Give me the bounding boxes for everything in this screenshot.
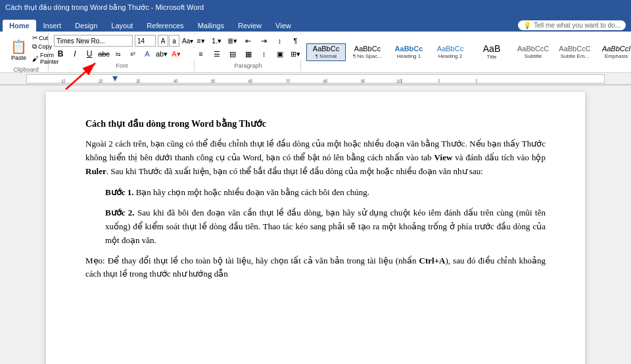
bullets-button[interactable]: ≡▾	[194, 35, 208, 47]
increase-indent-button[interactable]: ⇥	[257, 35, 271, 47]
svg-text:7: 7	[286, 79, 289, 83]
paragraph-label: Paragraph	[234, 62, 262, 69]
tab-layout[interactable]: Layout	[105, 20, 139, 32]
font-group: A a Aa▾ B I U abc x₂ x² A ab▾ A▾ Font	[50, 33, 195, 71]
decrease-indent-button[interactable]: ⇤	[241, 35, 256, 47]
doc-tip: Mẹo: Để thay đổi thụt lề cho toàn bộ tài…	[85, 254, 546, 282]
tab-references[interactable]: References	[140, 20, 190, 32]
doc-page: Cách thụt đầu dòng trong Word bằng Thước…	[46, 92, 585, 364]
font-color-button[interactable]: A▾	[170, 48, 183, 60]
clear-formatting-button[interactable]: Aa▾	[181, 35, 194, 47]
style-h2-label: Heading 2	[438, 53, 462, 59]
cut-label: Cut	[39, 35, 48, 41]
indent-marker	[112, 76, 118, 81]
bold-ruler: Ruler	[85, 166, 106, 176]
tab-design[interactable]: Design	[68, 20, 104, 32]
style-heading1[interactable]: AaBbCc Heading 1	[389, 43, 429, 61]
style-normal[interactable]: AaBbCc ¶ Normal	[306, 43, 346, 61]
lightbulb-icon: 💡	[523, 22, 531, 29]
paragraph-group: ≡▾ 1.▾ ≣▾ ⇤ ⇥ ↕ ¶ ≡ ☰ ▤ ▦ ↕ ▣ ⊞▾ Paragra…	[196, 33, 301, 71]
svg-text:9: 9	[361, 79, 363, 83]
svg-text:10: 10	[396, 79, 402, 83]
style-h1-label: Heading 1	[397, 53, 421, 59]
ribbon: Home Insert Design Layout References Mai…	[0, 14, 631, 85]
ruler-right-margin	[618, 74, 631, 83]
style-subtitle[interactable]: AaBbCcC Subtitle	[513, 43, 553, 61]
tell-me-text: Tell me what you want to do...	[534, 22, 620, 29]
paste-label: Paste	[11, 55, 26, 61]
style-h1-preview: AaBbCc	[395, 45, 423, 53]
bold-view: View	[434, 152, 453, 162]
text-highlight-button[interactable]: ab▾	[155, 48, 168, 60]
style-title-label: Title	[487, 54, 497, 60]
svg-text:1: 1	[61, 79, 64, 83]
superscript-button[interactable]: x²	[126, 48, 139, 60]
tab-home[interactable]: Home	[3, 20, 36, 32]
multilevel-list-button[interactable]: ≣▾	[225, 35, 240, 47]
font-size-input[interactable]	[135, 35, 156, 47]
title-bar: Cách thụt đầu dòng trong Word bằng Thước…	[0, 0, 631, 14]
style-subtitle-label: Subtitle	[525, 53, 542, 59]
decrease-font-size-button[interactable]: a	[169, 35, 179, 47]
show-formatting-button[interactable]: ¶	[289, 35, 303, 47]
style-subtle-preview: AaBbCcC	[559, 45, 590, 53]
justify-button[interactable]: ▦	[241, 48, 256, 60]
align-left-button[interactable]: ≡	[194, 48, 208, 60]
style-em-label: Emphasis	[605, 53, 628, 59]
doc-title: Cách thụt đầu dòng trong Word bằng Thước	[85, 118, 546, 129]
align-center-button[interactable]: ☰	[210, 48, 224, 60]
style-heading2[interactable]: AaBbCc Heading 2	[431, 43, 470, 61]
style-subtle-label: Subtle Em...	[561, 53, 590, 59]
style-title-preview: AaB	[483, 44, 500, 53]
sort-button[interactable]: ↕	[273, 35, 287, 47]
borders-button[interactable]: ⊞▾	[289, 48, 303, 60]
svg-text:4: 4	[174, 79, 176, 83]
tab-mailings[interactable]: Mailings	[191, 20, 231, 32]
svg-text:8: 8	[323, 79, 326, 83]
style-h2-preview: AaBbCc	[437, 45, 463, 53]
svg-text:3: 3	[136, 79, 139, 83]
align-right-button[interactable]: ▤	[225, 48, 240, 60]
line-spacing-button[interactable]: ↕	[257, 48, 271, 60]
numbering-button[interactable]: 1.▾	[210, 35, 224, 47]
doc-area: Cách thụt đầu dòng trong Word bằng Thước…	[0, 85, 631, 364]
subscript-button[interactable]: x₂	[112, 48, 125, 60]
ruler-svg: 1 2 3 4 5 6 7 8 9 10	[27, 75, 604, 83]
paste-button[interactable]: 📋 Paste	[8, 37, 30, 62]
style-normal-preview: AaBbCc	[313, 45, 339, 53]
text-effects-button[interactable]: A	[141, 48, 154, 60]
doc-step-2: Bước 2. Sau khi đã bôi đen đoạn văn cần …	[85, 206, 546, 247]
ruler[interactable]: 1 2 3 4 5 6 7 8 9 10	[26, 74, 605, 83]
ctrl-a: Ctrl+A	[419, 256, 446, 265]
copy-icon: ⧉	[32, 43, 37, 51]
tab-view[interactable]: View	[269, 20, 298, 32]
style-no-spacing[interactable]: AaBbCc ¶ No Spac...	[348, 43, 387, 61]
bold-button[interactable]: B	[54, 48, 67, 60]
step1-label: Bước 1.	[105, 187, 133, 197]
style-nospace-label: ¶ No Spac...	[353, 53, 382, 59]
svg-text:2: 2	[99, 79, 101, 83]
clipboard-label: Clipboard	[13, 66, 39, 73]
style-subtle-em[interactable]: AaBbCcC Subtle Em...	[555, 43, 594, 61]
title-bar-text: Cách thụt đầu dòng trong Word bằng Thước…	[5, 3, 204, 12]
tab-insert[interactable]: Insert	[37, 20, 68, 32]
doc-para-1: Ngoài 2 cách trên, bạn cũng có thể điều …	[85, 137, 546, 178]
font-label: Font	[116, 62, 128, 69]
style-title[interactable]: AaB Title	[472, 42, 511, 62]
tab-review[interactable]: Review	[231, 20, 268, 32]
underline-button[interactable]: U	[83, 48, 96, 60]
doc-step-1: Bước 1. Bạn hãy chọn một hoặc nhiều đoạn…	[85, 186, 546, 200]
tell-me-bar[interactable]: 💡 Tell me what you want to do...	[518, 20, 626, 30]
style-emphasis[interactable]: AaBbCcI Emphasis	[597, 43, 631, 61]
italic-button[interactable]: I	[68, 48, 82, 60]
style-subtitle-preview: AaBbCcC	[517, 45, 549, 53]
svg-text:6: 6	[248, 79, 251, 83]
strikethrough-button[interactable]: abc	[97, 48, 110, 60]
styles-list: AaBbCc ¶ Normal AaBbCc ¶ No Spac... AaBb…	[306, 42, 631, 62]
increase-font-size-button[interactable]: A	[158, 35, 168, 47]
scissors-icon: ✂	[32, 34, 37, 41]
style-em-preview: AaBbCcI	[602, 45, 630, 53]
font-name-input[interactable]	[54, 35, 133, 47]
shading-button[interactable]: ▣	[273, 48, 287, 60]
tab-row: Home Insert Design Layout References Mai…	[0, 14, 631, 32]
